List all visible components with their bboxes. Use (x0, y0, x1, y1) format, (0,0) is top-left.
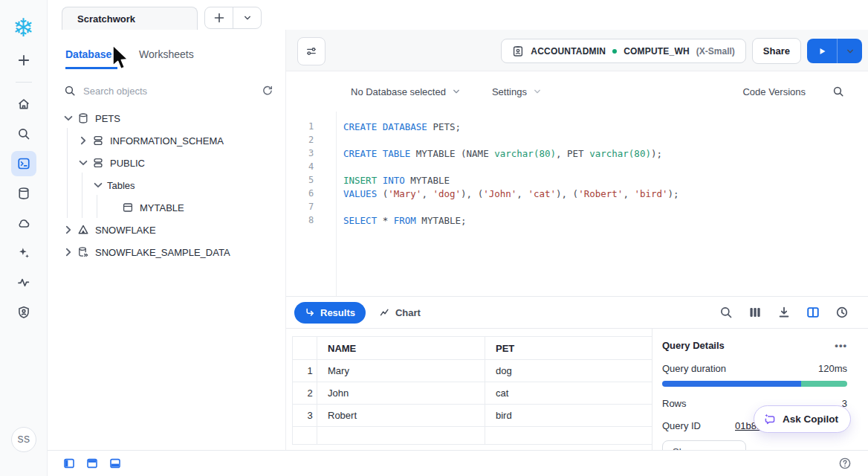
context-selector[interactable]: ACCOUNTADMIN COMPUTE_WH (X-Small) (501, 39, 746, 63)
tree-item-label: SNOWFLAKE (95, 225, 156, 236)
return-arrow-icon (305, 307, 315, 318)
new-tab-button[interactable] (205, 7, 233, 28)
chevron-down-icon (533, 87, 542, 96)
help-icon[interactable] (838, 457, 852, 470)
table-row-empty (293, 427, 653, 445)
app-database-icon (77, 224, 89, 236)
share-button[interactable]: Share (752, 38, 801, 64)
activity-icon (17, 276, 30, 289)
download-results-icon[interactable] (777, 306, 791, 319)
tree-item-public[interactable]: PUBLIC (48, 152, 285, 174)
column-header-name[interactable]: NAME (317, 337, 485, 360)
ask-copilot-label: Ask Copilot (783, 414, 838, 425)
cloud-icon (17, 216, 30, 230)
user-avatar[interactable]: SS (11, 427, 36, 452)
schema-icon (92, 135, 104, 147)
code-line-3: 3CREATE TABLE MYTABLE (NAME varchar(80),… (286, 147, 868, 160)
role-label: ACCOUNTADMIN (531, 46, 606, 57)
toggle-details-panel-icon[interactable] (806, 306, 820, 319)
refresh-icon[interactable] (262, 85, 273, 97)
run-button-group (807, 39, 862, 63)
duration-bar-blue (662, 381, 801, 387)
chevron-spacer (107, 202, 119, 213)
tree-item-mytable[interactable]: MYTABLE (48, 196, 285, 219)
sql-editor[interactable]: 1CREATE DATABASE PETS;23CREATE TABLE MYT… (286, 112, 868, 297)
sidebar-tabs: Databases Worksheets (65, 48, 194, 69)
ellipsis-icon[interactable]: ••• (835, 340, 847, 351)
tree-item-tables[interactable]: Tables (48, 174, 285, 196)
code-line-7: 7 (286, 200, 868, 213)
table-cell[interactable]: cat (485, 382, 653, 405)
tab-chart[interactable]: Chart (380, 307, 421, 318)
rail-activity-button[interactable] (11, 270, 36, 295)
tree-item-pets[interactable]: PETS (48, 107, 285, 129)
table-cell[interactable]: Mary (317, 360, 485, 382)
editor-search-icon[interactable] (832, 86, 844, 97)
code-lines: 1CREATE DATABASE PETS;23CREATE TABLE MYT… (286, 112, 868, 227)
chevron-down-icon (452, 87, 461, 96)
row-number: 2 (293, 382, 317, 405)
search-results-icon[interactable] (719, 306, 733, 319)
left-rail: ❄ SS (0, 0, 48, 476)
line-number: 8 (286, 215, 336, 225)
table-cell[interactable]: Robert (317, 405, 485, 427)
rail-projects-worksheets-button[interactable] (11, 151, 36, 176)
snowsight-app: { "colors":{"accent_blue":"#1a6ce7","log… (0, 0, 868, 476)
search-icon (64, 85, 76, 97)
database-selector[interactable]: No Database selected (351, 86, 461, 97)
snowflake-logo-icon[interactable]: ❄ (11, 15, 36, 40)
editor-settings-dropdown[interactable]: Settings (492, 86, 542, 97)
rail-divider (16, 82, 32, 83)
tab-scratchwork[interactable]: Scratchwork (62, 7, 198, 30)
table-cell[interactable]: John (317, 382, 485, 405)
tab-results[interactable]: Results (294, 302, 366, 324)
rail-create-button[interactable] (11, 48, 36, 73)
search-objects-input[interactable] (82, 85, 256, 97)
code-versions-button[interactable]: Code Versions (742, 86, 806, 97)
rail-governance-button[interactable] (11, 300, 36, 325)
toggle-bottom-panel-icon[interactable] (109, 457, 121, 469)
chevron-down-icon (62, 112, 74, 124)
projects-icon (17, 157, 30, 170)
rows-label: Rows (662, 398, 687, 409)
role-badge-icon (512, 45, 524, 57)
columns-view-icon[interactable] (748, 306, 762, 319)
rail-search-button[interactable] (11, 121, 36, 147)
warehouse-label: COMPUTE_WH (624, 46, 690, 57)
worksheet-main: ACCOUNTADMIN COMPUTE_WH (X-Small) Share … (286, 30, 868, 451)
query-history-icon[interactable] (835, 306, 849, 319)
chevron-right-icon (62, 246, 74, 258)
home-icon (17, 97, 30, 111)
rail-cloud-button[interactable] (11, 210, 36, 236)
toggle-left-panel-icon[interactable] (63, 457, 75, 469)
run-options-button[interactable] (837, 39, 862, 63)
code-line-4: 4 (286, 160, 868, 173)
ask-copilot-button[interactable]: Ask Copilot (754, 405, 851, 433)
share-label: Share (763, 45, 790, 57)
table-cell[interactable]: bird (485, 405, 653, 427)
tab-worksheets[interactable]: Worksheets (139, 48, 194, 69)
table-row: 2Johncat (293, 382, 653, 405)
tree-item-snowflake[interactable]: SNOWFLAKE (48, 219, 285, 241)
format-query-button[interactable] (297, 37, 326, 65)
worksheet-tab-strip: Scratchwork (48, 0, 868, 30)
rail-home-button[interactable] (11, 91, 36, 117)
rail-data-button[interactable] (11, 181, 36, 206)
tree-item-snowflake_sample_data[interactable]: SNOWFLAKE_SAMPLE_DATA (48, 241, 285, 263)
run-button[interactable] (807, 39, 837, 63)
results-toolbar: Results Chart (286, 297, 868, 329)
tab-databases[interactable]: Databases (65, 48, 117, 69)
rail-ai-ml-button[interactable] (11, 240, 36, 266)
toggle-top-panel-icon[interactable] (86, 457, 98, 469)
results-actions (719, 306, 849, 319)
tab-list-button[interactable] (233, 7, 261, 28)
tree-item-information_schema[interactable]: INFORMATION_SCHEMA (48, 129, 285, 152)
tree-item-label: Tables (107, 180, 135, 191)
query-id-label: Query ID (662, 420, 701, 431)
show-more-button[interactable]: Show more (662, 440, 746, 450)
query-details-title: Query Details (662, 340, 725, 351)
column-header-pet[interactable]: PET (485, 337, 653, 360)
object-search (64, 82, 273, 100)
plus-icon (213, 12, 225, 24)
table-cell[interactable]: dog (485, 360, 653, 382)
